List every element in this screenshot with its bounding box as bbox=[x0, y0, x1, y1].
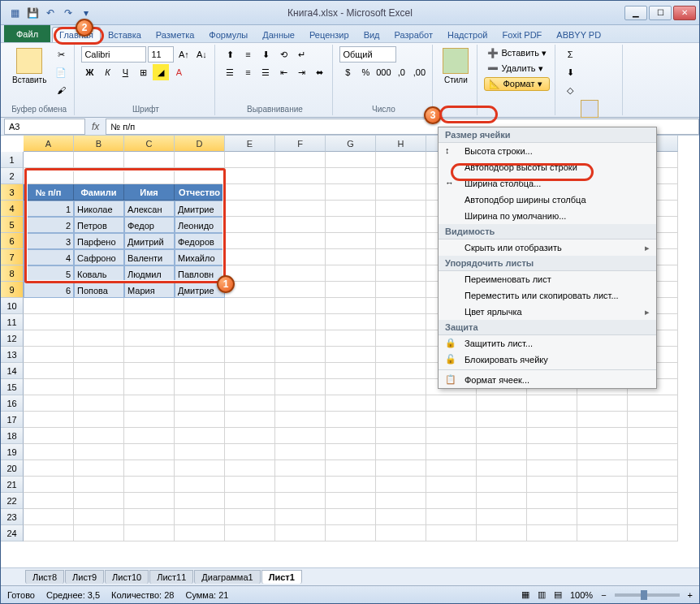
cell[interactable] bbox=[527, 509, 577, 525]
cell[interactable] bbox=[326, 152, 376, 168]
cell[interactable] bbox=[225, 152, 275, 168]
cell[interactable]: Федоров bbox=[175, 233, 225, 249]
grow-font-icon[interactable]: A↑ bbox=[175, 46, 192, 63]
cell[interactable] bbox=[225, 363, 275, 379]
cell[interactable] bbox=[225, 249, 275, 265]
cell[interactable] bbox=[628, 509, 678, 525]
cell[interactable] bbox=[175, 379, 225, 395]
save-icon[interactable]: 💾 bbox=[25, 6, 40, 20]
align-bottom-icon[interactable]: ⬇ bbox=[257, 46, 274, 63]
cell[interactable] bbox=[225, 477, 275, 493]
cell[interactable] bbox=[376, 509, 426, 525]
sheet-tab[interactable]: Лист11 bbox=[149, 570, 193, 584]
border-button[interactable]: ⊞ bbox=[135, 64, 151, 80]
cell[interactable] bbox=[124, 395, 175, 412]
row-header[interactable]: 24 bbox=[1, 525, 24, 541]
view-normal-icon[interactable]: ▦ bbox=[521, 589, 529, 600]
name-box[interactable]: A3 bbox=[4, 119, 85, 135]
cell[interactable] bbox=[124, 412, 175, 428]
cell[interactable] bbox=[376, 363, 426, 379]
cell[interactable] bbox=[225, 201, 275, 217]
cell[interactable] bbox=[225, 184, 275, 201]
decimal-dec-icon[interactable]: ,00 bbox=[411, 64, 427, 80]
cell[interactable] bbox=[225, 509, 275, 525]
cell[interactable] bbox=[628, 428, 678, 444]
row-header[interactable]: 9 bbox=[1, 282, 24, 298]
cell[interactable] bbox=[24, 379, 74, 395]
row-header[interactable]: 23 bbox=[1, 509, 24, 525]
cell[interactable] bbox=[24, 428, 74, 444]
cell[interactable] bbox=[275, 168, 326, 184]
cell[interactable]: Фамили bbox=[74, 184, 124, 201]
cell[interactable] bbox=[175, 298, 225, 314]
cell[interactable] bbox=[24, 152, 74, 168]
cell[interactable]: Попова bbox=[74, 282, 124, 298]
column-header[interactable]: G bbox=[326, 136, 376, 152]
close-button[interactable]: ✕ bbox=[673, 6, 696, 20]
bold-button[interactable]: Ж bbox=[81, 64, 97, 80]
dd-row-height[interactable]: ↕Высота строки... bbox=[439, 143, 656, 159]
cell[interactable]: 5 bbox=[24, 265, 74, 282]
cell[interactable] bbox=[477, 412, 527, 428]
cell[interactable]: Дмитрие bbox=[175, 201, 225, 217]
cell[interactable] bbox=[24, 509, 74, 525]
indent-dec-icon[interactable]: ⇤ bbox=[275, 64, 292, 80]
cell[interactable] bbox=[326, 314, 376, 330]
cell[interactable] bbox=[477, 525, 527, 541]
dd-protect-sheet[interactable]: 🔒Защитить лист... bbox=[439, 335, 656, 352]
cell[interactable] bbox=[275, 233, 326, 249]
cell[interactable] bbox=[74, 168, 124, 184]
cell[interactable]: Валенти bbox=[124, 249, 175, 265]
cell[interactable] bbox=[326, 428, 376, 444]
cell[interactable] bbox=[426, 477, 477, 493]
cell[interactable] bbox=[326, 233, 376, 249]
cell[interactable] bbox=[74, 314, 124, 330]
cell[interactable] bbox=[175, 477, 225, 493]
currency-icon[interactable]: $ bbox=[339, 64, 356, 80]
cell[interactable] bbox=[477, 395, 527, 412]
cell[interactable]: 4 bbox=[24, 249, 74, 265]
cell[interactable] bbox=[376, 314, 426, 330]
align-center-icon[interactable]: ≡ bbox=[240, 64, 256, 80]
cell[interactable] bbox=[426, 444, 477, 460]
dd-autofit-row[interactable]: Автоподбор высоты строки bbox=[439, 159, 656, 175]
cell[interactable] bbox=[477, 493, 527, 509]
cell[interactable] bbox=[275, 282, 326, 298]
tab-formulas[interactable]: Формулы bbox=[201, 27, 255, 42]
cell[interactable] bbox=[124, 152, 175, 168]
cell[interactable] bbox=[628, 395, 678, 412]
font-color-button[interactable]: A bbox=[171, 64, 187, 80]
cell[interactable] bbox=[175, 412, 225, 428]
cell[interactable] bbox=[326, 184, 376, 201]
row-header[interactable]: 16 bbox=[1, 395, 24, 412]
column-header[interactable]: B bbox=[74, 136, 124, 152]
cell[interactable] bbox=[628, 444, 678, 460]
cell[interactable] bbox=[275, 347, 326, 363]
italic-button[interactable]: К bbox=[99, 64, 115, 80]
cell[interactable] bbox=[527, 493, 577, 509]
cell[interactable] bbox=[376, 249, 426, 265]
cell[interactable] bbox=[275, 493, 326, 509]
cell[interactable] bbox=[74, 152, 124, 168]
cell[interactable] bbox=[225, 412, 275, 428]
cell[interactable] bbox=[225, 395, 275, 412]
cell[interactable] bbox=[74, 525, 124, 541]
cell[interactable]: Петров bbox=[74, 217, 124, 233]
decimal-inc-icon[interactable]: ,0 bbox=[393, 64, 409, 80]
cell[interactable] bbox=[376, 265, 426, 282]
cell[interactable] bbox=[24, 525, 74, 541]
row-header[interactable]: 17 bbox=[1, 412, 24, 428]
tab-developer[interactable]: Разработ bbox=[387, 27, 440, 42]
cell[interactable] bbox=[275, 509, 326, 525]
sheet-tab[interactable]: Лист9 bbox=[65, 570, 104, 584]
tab-view[interactable]: Вид bbox=[356, 27, 387, 42]
cell[interactable]: Леонидо bbox=[175, 217, 225, 233]
insert-cells-button[interactable]: ➕ Вставить ▾ bbox=[484, 46, 550, 60]
cell[interactable] bbox=[275, 330, 326, 347]
cell[interactable] bbox=[376, 460, 426, 477]
row-header[interactable]: 6 bbox=[1, 233, 24, 249]
copy-icon[interactable]: 📄 bbox=[53, 64, 69, 80]
cell[interactable] bbox=[225, 379, 275, 395]
cell[interactable] bbox=[275, 428, 326, 444]
minimize-button[interactable]: ▁ bbox=[624, 6, 647, 20]
